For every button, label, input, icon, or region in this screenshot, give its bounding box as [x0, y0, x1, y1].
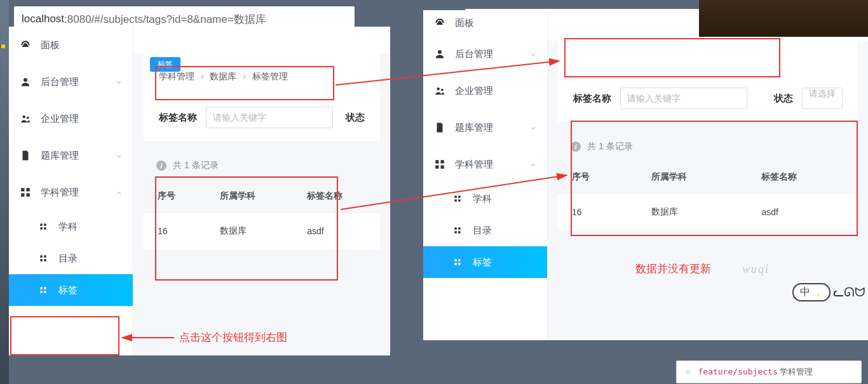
- comma-icon: ，: [813, 286, 823, 299]
- dashboard-icon: [433, 17, 446, 29]
- url-host: localhost: [22, 13, 64, 25]
- apps-icon: [37, 252, 50, 265]
- col-index: 序号: [144, 180, 206, 213]
- content-card: 标签名称 状态 请选择: [558, 41, 858, 122]
- sidebar-item-panel[interactable]: 面板: [9, 27, 133, 63]
- sidebar-item-subjects[interactable]: 学科管理: [9, 174, 133, 211]
- sidebar-item-subjects[interactable]: 学科管理: [423, 146, 547, 183]
- git-branch-snippet: ○ feature/subjects 学科管理: [676, 361, 862, 383]
- sidebar-item-label: 题库管理: [455, 122, 529, 134]
- svg-rect-26: [454, 195, 457, 198]
- apps-icon: [451, 224, 464, 237]
- svg-rect-25: [441, 166, 444, 169]
- tagname-input[interactable]: [620, 88, 747, 109]
- grid-icon: [433, 158, 446, 171]
- sidebar-item-label: 面板: [455, 17, 537, 29]
- svg-rect-11: [40, 255, 43, 258]
- doc-icon: [19, 149, 32, 162]
- table-row[interactable]: 16 数据库 asdf: [558, 194, 858, 231]
- breadcrumb-empty: [558, 41, 858, 75]
- svg-rect-17: [40, 291, 43, 293]
- svg-rect-33: [458, 231, 461, 234]
- cell-subject: 数据库: [637, 194, 748, 231]
- svg-rect-5: [21, 194, 24, 197]
- svg-rect-29: [458, 199, 461, 202]
- chevron-down-icon: [529, 50, 537, 58]
- cell-index: 16: [144, 213, 206, 250]
- breadcrumb-sep-icon: ›: [243, 71, 246, 81]
- panel-left: 面板 后台管理 企业管理 题库管理: [9, 27, 390, 355]
- sidebar-item-label: 面板: [41, 39, 123, 51]
- ime-bubble-text: 中: [800, 286, 810, 299]
- record-count-bar: i 共 1 条记录: [558, 132, 858, 161]
- svg-rect-28: [454, 199, 457, 202]
- sidebar-sub-tags[interactable]: 标签: [423, 246, 547, 278]
- record-count-text: 共 1 条记录: [587, 141, 633, 152]
- sidebar-sub-catalog[interactable]: 目录: [423, 215, 547, 246]
- cell-tagname: asdf: [293, 213, 380, 250]
- svg-rect-8: [44, 223, 46, 226]
- table-row[interactable]: 16 数据库 asdf: [144, 213, 380, 250]
- dashboard-icon: [19, 39, 32, 51]
- tag-pill[interactable]: 标签: [150, 57, 180, 72]
- svg-point-0: [24, 78, 27, 82]
- col-index: 序号: [558, 161, 637, 194]
- svg-rect-13: [40, 259, 43, 262]
- sidebar-sub-label: 标签: [473, 256, 537, 268]
- table-header-row: 序号 所属学科 标签名称: [144, 180, 380, 213]
- breadcrumb-b[interactable]: 数据库: [210, 71, 236, 81]
- sidebar-item-questions[interactable]: 题库管理: [423, 109, 547, 146]
- svg-rect-7: [40, 223, 43, 226]
- breadcrumb-a[interactable]: 学科管理: [159, 71, 194, 81]
- svg-point-19: [438, 50, 442, 54]
- info-icon: i: [156, 161, 166, 171]
- sidebar-sub-subject[interactable]: 学科: [9, 211, 133, 242]
- chevron-down-icon: [529, 124, 537, 131]
- sidebar-sub-catalog[interactable]: 目录: [9, 242, 133, 274]
- sidebar-item-enterprise[interactable]: 企业管理: [423, 72, 547, 109]
- filter-row: 标签名称 状态: [144, 94, 380, 141]
- record-count-text: 共 1 条记录: [173, 160, 219, 171]
- breadcrumb-c: 标签管理: [252, 71, 288, 81]
- tagname-input[interactable]: [206, 107, 333, 128]
- info-icon: i: [571, 142, 581, 152]
- state-select[interactable]: 请选择: [802, 88, 843, 109]
- sidebar-item-admin[interactable]: 后台管理: [423, 36, 547, 72]
- sidebar-item-label: 学科管理: [455, 159, 529, 171]
- svg-rect-18: [44, 291, 46, 293]
- sidebar-left: 面板 后台管理 企业管理 题库管理: [9, 27, 133, 355]
- svg-rect-37: [458, 263, 461, 265]
- filter-label-state: 状态: [346, 112, 365, 124]
- filter-label-tagname: 标签名称: [159, 112, 197, 124]
- sidebar-right: 面板 后台管理 企业管理 题库管理: [423, 10, 548, 340]
- doc-icon: [433, 121, 446, 134]
- cat-face-icon: ᓚᘏᗢ: [833, 286, 865, 298]
- record-count-bar: i 共 1 条记录: [144, 151, 380, 180]
- svg-point-21: [441, 89, 444, 91]
- svg-rect-35: [458, 259, 461, 262]
- svg-rect-30: [454, 227, 457, 230]
- branch-desc: 学科管理: [780, 367, 813, 376]
- col-tagname: 标签名称: [747, 161, 858, 194]
- sidebar-sub-label: 标签: [58, 284, 123, 296]
- sidebar-item-admin[interactable]: 后台管理: [9, 63, 133, 100]
- sidebar-item-enterprise[interactable]: 企业管理: [9, 100, 133, 137]
- watermark-text: wuqi: [742, 263, 770, 276]
- svg-rect-34: [454, 259, 457, 262]
- sidebar-item-label: 企业管理: [455, 85, 537, 97]
- apps-icon: [37, 220, 50, 233]
- apps-icon: [37, 284, 50, 296]
- svg-rect-24: [435, 166, 438, 169]
- sidebar-sub-label: 目录: [58, 253, 123, 265]
- sidebar-item-questions[interactable]: 题库管理: [9, 137, 133, 174]
- svg-rect-3: [21, 188, 24, 191]
- svg-rect-16: [44, 287, 46, 289]
- ime-bubble[interactable]: 中 ， ᓚᘏᗢ: [783, 276, 865, 308]
- svg-rect-15: [40, 287, 43, 289]
- url-path: :8080/#/subjects/tags?id=8&name=数据库: [64, 12, 266, 27]
- sidebar-item-panel[interactable]: 面板: [423, 10, 547, 36]
- annotation-not-updated: 数据并没有更新: [635, 262, 711, 276]
- sidebar-sub-tags[interactable]: 标签: [9, 274, 133, 306]
- grid-icon: [19, 186, 32, 199]
- sidebar-sub-subject[interactable]: 学科: [423, 183, 547, 215]
